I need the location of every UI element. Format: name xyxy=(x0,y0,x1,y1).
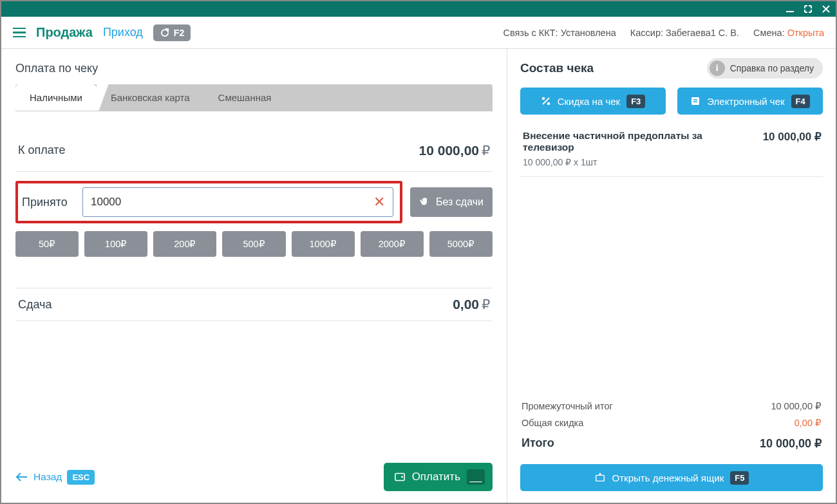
preset-5000[interactable]: 5000₽ xyxy=(429,231,493,257)
svg-point-7 xyxy=(547,102,550,106)
drawer-label: Открыть денежный ящик xyxy=(612,472,724,483)
left-footer: Назад ESC Оплатить __ xyxy=(15,463,493,491)
topbar-status: Связь с ККТ: Установлена Кассир: Забегае… xyxy=(503,28,825,38)
receipt-title: Состав чека xyxy=(520,61,594,75)
accepted-label: Принято xyxy=(22,196,76,209)
payment-title: Оплата по чеку xyxy=(15,62,493,75)
arrow-left-icon xyxy=(15,472,28,481)
discount-label: Скидка на чек xyxy=(558,96,620,107)
accepted-row: Принято ✕ Без сдачи xyxy=(15,181,493,223)
refresh-button[interactable]: F2 xyxy=(153,24,191,41)
to-pay-value: 10 000,00₽ xyxy=(419,143,490,158)
discount-button[interactable]: Скидка на чек F3 xyxy=(520,88,666,115)
payment-tabs: Наличными Банковская карта Смешанная xyxy=(15,84,493,111)
cashier: Кассир: Забегаева1 С. В. xyxy=(630,28,739,38)
echeck-kbd: F4 xyxy=(791,95,810,108)
subtotal-row: Промежуточный итог 10 000,00 ₽ xyxy=(520,398,823,415)
minimize-icon[interactable] xyxy=(785,5,795,14)
accepted-highlight: Принято ✕ xyxy=(15,181,402,223)
receipt-actions: Скидка на чек F3 Электронный чек F4 xyxy=(520,88,823,115)
receipt-item-name: Внесение частичной предоплаты за телевиз… xyxy=(523,130,754,153)
receipt-item-price: 10 000,00 ₽ xyxy=(763,130,822,144)
clear-icon[interactable]: ✕ xyxy=(373,194,385,210)
total-value: 10 000,00 ₽ xyxy=(760,436,822,451)
close-icon[interactable] xyxy=(822,5,831,14)
topbar: Продажа Приход F2 Связь с ККТ: Установле… xyxy=(1,17,836,49)
preset-500[interactable]: 500₽ xyxy=(222,231,285,257)
to-pay-row: К оплате 10 000,00₽ xyxy=(15,129,493,172)
pay-kbd: __ xyxy=(467,469,485,485)
page-title-main: Продажа xyxy=(36,25,93,40)
info-icon: i xyxy=(710,61,725,76)
app-window: Продажа Приход F2 Связь с ККТ: Установле… xyxy=(0,0,837,504)
accepted-input-box: ✕ xyxy=(82,187,393,217)
titlebar xyxy=(1,1,836,17)
preset-2000[interactable]: 2000₽ xyxy=(361,231,424,257)
receipt-panel: Состав чека i Справка по разделу Скидка … xyxy=(507,49,836,503)
change-label: Сдача xyxy=(18,298,52,312)
discount-total-label: Общая скидка xyxy=(522,418,583,428)
wallet-icon xyxy=(394,471,406,483)
drawer-icon xyxy=(594,472,606,483)
svg-rect-12 xyxy=(596,475,604,481)
discount-kbd: F3 xyxy=(626,95,645,108)
menu-icon[interactable] xyxy=(13,28,26,38)
tab-mixed[interactable]: Смешанная xyxy=(204,84,286,111)
subtotal-value: 10 000,00 ₽ xyxy=(771,401,822,411)
shift: Смена: Открыта xyxy=(753,28,824,38)
tab-cash[interactable]: Наличными xyxy=(15,84,97,111)
totals: Промежуточный итог 10 000,00 ₽ Общая ски… xyxy=(520,398,823,491)
svg-point-5 xyxy=(401,476,403,478)
subtotal-label: Промежуточный итог xyxy=(522,401,613,411)
percent-icon xyxy=(541,96,551,106)
drawer-kbd: F5 xyxy=(730,471,749,485)
open-drawer-button[interactable]: Открыть денежный ящик F5 xyxy=(520,464,823,491)
refresh-kbd: F2 xyxy=(174,28,184,38)
tab-card[interactable]: Банковская карта xyxy=(97,84,204,111)
body: Оплата по чеку Наличными Банковская карт… xyxy=(1,49,836,503)
no-change-label: Без сдачи xyxy=(436,196,484,208)
pay-button[interactable]: Оплатить __ xyxy=(384,463,493,491)
discount-total-value: 0,00 ₽ xyxy=(795,418,822,428)
change-value: 0,00₽ xyxy=(453,297,490,312)
total-row: Итого 10 000,00 ₽ xyxy=(520,431,823,454)
refresh-icon xyxy=(160,28,170,38)
no-change-button[interactable]: Без сдачи xyxy=(410,187,493,217)
echeck-label: Электронный чек xyxy=(707,96,784,107)
to-pay-label: К оплате xyxy=(18,144,65,157)
maximize-icon[interactable] xyxy=(804,5,813,14)
preset-1000[interactable]: 1000₽ xyxy=(292,231,355,257)
payment-panel: Оплата по чеку Наличными Банковская карт… xyxy=(1,49,507,503)
accepted-input[interactable] xyxy=(91,196,373,209)
preset-row: 50₽ 100₽ 200₽ 500₽ 1000₽ 2000₽ 5000₽ xyxy=(15,231,493,257)
total-label: Итого xyxy=(522,436,554,451)
preset-50[interactable]: 50₽ xyxy=(15,231,79,257)
receipt-item-detail: 10 000,00 ₽ х 1шт xyxy=(523,157,754,167)
page-title-sub: Приход xyxy=(103,26,143,39)
pay-label: Оплатить xyxy=(412,471,460,483)
help-button[interactable]: i Справка по разделу xyxy=(707,58,823,79)
svg-point-6 xyxy=(541,97,545,100)
back-button[interactable]: Назад ESC xyxy=(15,470,95,485)
hand-icon xyxy=(419,196,431,208)
svg-rect-9 xyxy=(691,97,699,105)
change-row: Сдача 0,00₽ xyxy=(15,288,493,321)
discount-row: Общая скидка 0,00 ₽ xyxy=(520,415,823,431)
kkt-status: Связь с ККТ: Установлена xyxy=(503,28,616,38)
back-label: Назад xyxy=(33,471,62,483)
back-kbd: ESC xyxy=(67,470,95,485)
preset-100[interactable]: 100₽ xyxy=(84,231,147,257)
svg-rect-4 xyxy=(395,474,404,481)
receipt-item: Внесение частичной предоплаты за телевиз… xyxy=(520,126,823,177)
help-label: Справка по разделу xyxy=(730,63,814,73)
receipt-item-info: Внесение частичной предоплаты за телевиз… xyxy=(523,130,754,167)
echeck-button[interactable]: Электронный чек F4 xyxy=(677,88,823,115)
preset-200[interactable]: 200₽ xyxy=(153,231,216,257)
receipt-header: Состав чека i Справка по разделу xyxy=(520,58,823,79)
receipt-icon xyxy=(690,96,701,106)
